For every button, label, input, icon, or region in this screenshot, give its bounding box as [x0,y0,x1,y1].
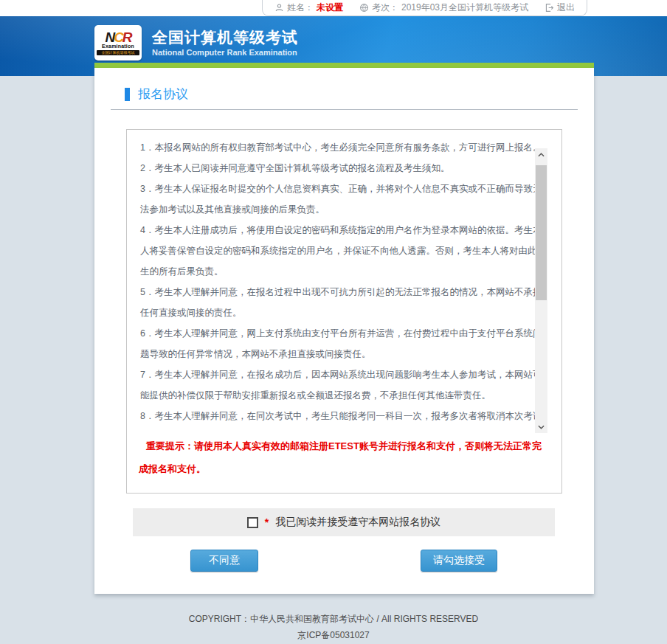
person-icon [274,3,284,13]
footer: COPYRIGHT：中华人民共和国教育部考试中心 / All RIGHTS RE… [0,614,667,641]
name-value: 未设置 [317,1,343,14]
name-label: 姓名： [287,1,314,14]
scrollbar[interactable] [535,148,547,433]
page-title: 报名协议 [138,86,188,103]
agreement-paragraph: 2．考生本人已阅读并同意遵守全国计算机等级考试的报名流程及考生须知。 [140,158,547,179]
page-title-row: 报名协议 [94,68,594,103]
important-warning-text: 重要提示：请使用本人真实有效的邮箱注册ETEST账号并进行报名和支付，否则将无法… [139,434,548,480]
site-title-en: National Computer Rank Examination [152,47,298,58]
accept-checkbox[interactable] [247,517,258,528]
brand-text: 全国计算机等级考试 National Computer Rank Examina… [152,28,298,58]
logo-strip-text: 全国计算机等级考试 [97,50,139,55]
consent-bar: * 我已阅读并接受遵守本网站报名协议 [133,508,555,536]
button-row: 不同意 请勾选接受 [133,550,555,572]
icp-number: 京ICP备05031027 [0,630,667,641]
agreement-paragraph: 8．考生本人理解并同意，在同次考试中，考生只能报考同一科目一次，报考多次者将取消… [140,406,547,425]
site-title-cn: 全国计算机等级考试 [152,28,298,47]
accept-button[interactable]: 请勾选接受 [421,550,497,572]
user-bar: 姓名： 未设置 考次： 2019年03月全国计算机等级考试 退出 [262,0,587,16]
logout-label: 退出 [557,1,575,14]
logout-link[interactable]: 退出 [545,1,575,14]
green-accent-bar [94,63,594,68]
agreement-box: 1．本报名网站的所有权归教育部考试中心，考生必须完全同意所有服务条款，方可进行网… [126,129,562,494]
consent-label: 我已阅读并接受遵守本网站报名协议 [275,516,440,529]
copyright-text: COPYRIGHT：中华人民共和国教育部考试中心 / All RIGHTS RE… [0,614,667,625]
title-divider [111,109,578,110]
content-wrap: 报名协议 1．本报名网站的所有权归教育部考试中心，考生必须完全同意所有服务条款，… [94,63,594,594]
disagree-button[interactable]: 不同意 [190,550,258,572]
scroll-down-arrow[interactable] [535,420,547,433]
scroll-up-arrow[interactable] [535,148,547,161]
session-label: 考次： [372,1,398,14]
agreement-paragraph: 4．考生本人注册成功后，将使用自设定的密码和系统指定的用户名作为登录本网站的依据… [140,220,547,282]
scrollbar-thumb[interactable] [536,165,547,300]
globe-icon [359,3,369,13]
agreement-scroll-area[interactable]: 1．本报名网站的所有权归教育部考试中心，考生必须完全同意所有服务条款，方可进行网… [127,130,561,425]
session-value: 2019年03月全国计算机等级考试 [401,1,528,14]
title-accent-bar [125,88,130,101]
agreement-paragraph: 3．考生本人保证报名时提交的个人信息资料真实、正确，并将对个人信息不真实或不正确… [140,179,547,220]
logo-examination-text: Examination [102,44,134,49]
agreement-paragraph: 1．本报名网站的所有权归教育部考试中心，考生必须完全同意所有服务条款，方可进行网… [140,137,547,158]
user-name-segment: 姓名： 未设置 [274,1,343,14]
agreement-paragraph: 6．考生本人理解并同意，网上支付系统由支付平台所有并运营，在付费过程中由于支付平… [140,323,547,364]
agreement-paragraph: 7．考生本人理解并同意，在报名成功后，因本网站系统出现问题影响考生本人参加考试，… [140,364,547,406]
top-strip: 姓名： 未设置 考次： 2019年03月全国计算机等级考试 退出 [0,0,667,16]
agreement-paragraph: 5．考生本人理解并同意，在报名过程中出现不可抗力所引起的无法正常报名的情况，本网… [140,282,547,323]
ncr-logo: NCR Examination 全国计算机等级考试 [94,25,142,60]
required-asterisk: * [265,516,269,528]
ncr-letters: NCR [105,31,131,44]
session-segment: 考次： 2019年03月全国计算机等级考试 [359,1,528,14]
logout-icon [545,3,554,13]
brand: NCR Examination 全国计算机等级考试 全国计算机等级考试 Nati… [94,25,298,60]
main-panel: 报名协议 1．本报名网站的所有权归教育部考试中心，考生必须完全同意所有服务条款，… [94,68,594,594]
